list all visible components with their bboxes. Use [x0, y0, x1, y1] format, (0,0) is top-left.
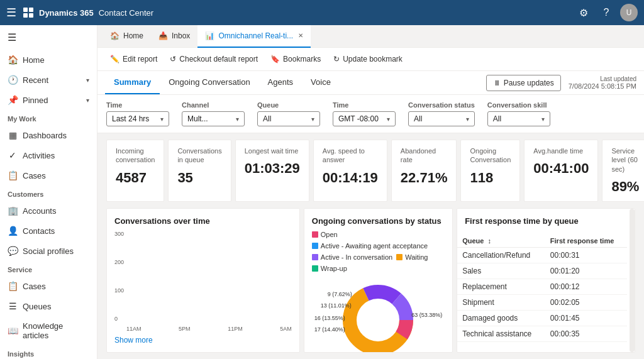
sidebar-item-dashboards[interactable]: ▦ Dashboards [0, 125, 97, 145]
first-response-col-header: First response time [545, 235, 627, 248]
segment-label-13: 13 (11.01%) [321, 302, 352, 309]
metric-service-level: Service level (60 sec) 89% [602, 140, 644, 202]
metric-abandoned: Abandoned rate 22.71% [391, 140, 457, 202]
knowledge-icon: 📖 [8, 326, 18, 336]
sidebar-item-contacts[interactable]: 👤 Contacts [0, 221, 97, 241]
pause-updates-button[interactable]: ⏸ Pause updates [486, 75, 561, 91]
tab-inbox-icon: 📥 [158, 31, 168, 40]
bar-chart-bars [126, 231, 292, 324]
help-icon[interactable]: ? [597, 4, 615, 21]
filter-queue: Queue All ▾ [257, 101, 320, 126]
metric-incoming: Incoming conversation 4587 [106, 140, 164, 202]
recent-icon: 🕐 [8, 75, 18, 85]
hamburger-icon[interactable]: ☰ [6, 6, 16, 19]
chevron-down-icon: ▾ [236, 116, 239, 123]
cases-icon: 📋 [8, 170, 18, 180]
bookmarks-icon: 🔖 [270, 55, 280, 64]
legend-wrapup: Wrap-up [312, 265, 347, 272]
app-name: Dynamics 365 [39, 8, 94, 18]
edit-report-button[interactable]: ✏️ Edit report [105, 52, 162, 67]
metric-in-queue: Conversations in queue 35 [168, 140, 231, 202]
donut-chart-title: Ongoing conversations by status [312, 216, 445, 226]
metrics-row: Incoming conversation 4587 Conversations… [97, 133, 644, 208]
wrapup-color [312, 265, 318, 272]
update-bookmark-button[interactable]: ↻ Update bookmark [328, 52, 408, 67]
svg-rect-0 [23, 8, 28, 12]
chevron-down-icon: ▾ [541, 116, 545, 123]
legend-active-awaiting: Active - Awaiting agent acceptance [312, 242, 428, 250]
tab-omnichannel[interactable]: 📊 Omnichannel Real-ti... ✕ [197, 25, 311, 48]
filter-conv-skill: Conversation skill All ▾ [487, 101, 550, 126]
sort-icon: ↕ [487, 237, 491, 245]
sidebar-item-home[interactable]: 🏠 Home [0, 50, 97, 70]
show-more-link[interactable]: Show more [114, 336, 292, 345]
tab-close-icon[interactable]: ✕ [298, 32, 303, 39]
contacts-icon: 👤 [8, 226, 18, 236]
settings-icon[interactable]: ⚙ [575, 4, 592, 21]
sidebar-item-social[interactable]: 💬 Social profiles [0, 241, 97, 261]
segment-label-9: 9 (7.62%) [328, 291, 352, 297]
dashboards-icon: ▦ [8, 130, 18, 140]
app-subtitle: Contact Center [99, 8, 153, 18]
filter-queue-select[interactable]: All ▾ [257, 111, 320, 126]
tab-inbox[interactable]: 📥 Inbox [151, 25, 197, 48]
sidebar-item-service-cases[interactable]: 📋 Cases [0, 276, 97, 296]
tab-summary[interactable]: Summary [105, 71, 160, 94]
filter-conv-skill-select[interactable]: All ▾ [487, 111, 550, 126]
customers-section: Customers [0, 185, 97, 201]
queues-icon: ☰ [8, 301, 18, 311]
topbar: ☰ Dynamics 365 Contact Center ⚙ ? U [0, 0, 644, 25]
open-color [312, 231, 318, 238]
sidebar-item-accounts[interactable]: 🏢 Accounts [0, 201, 97, 221]
tab-home[interactable]: 🏠 Home [103, 25, 151, 48]
pause-icon: ⏸ [493, 79, 501, 87]
filter-time2-select[interactable]: GMT -08:00 ▾ [333, 111, 396, 126]
queue-table: Queue ↕ First response time Cancellation… [457, 235, 627, 342]
legend-waiting: Waiting [396, 253, 428, 261]
filter-conv-status-select[interactable]: All ▾ [408, 111, 475, 126]
bar-chart-title: Conversations over time [114, 216, 292, 226]
metric-avg-handle: Avg.handle time 00:41:00 [524, 140, 598, 202]
tab-ongoing[interactable]: Ongoing Conversation [160, 71, 258, 94]
charts-row: Conversations over time 300 200 100 0 [97, 208, 644, 359]
service-section: Service [0, 261, 97, 276]
table-row: Cancellation/Refund00:00:31 [457, 247, 627, 263]
table-row: Damaged goods00:01:45 [457, 310, 627, 326]
queue-col-header[interactable]: Queue ↕ [457, 235, 545, 248]
queue-table-card: First response time by queue Queue ↕ [457, 208, 635, 353]
chevron-down-icon: ▾ [160, 116, 164, 123]
home-icon: 🏠 [8, 55, 18, 65]
segment-label-17: 17 (14.40%) [314, 326, 345, 333]
sidebar-item-recent[interactable]: 🕐 Recent ▾ [0, 70, 97, 90]
waiting-color [396, 254, 402, 260]
tab-voice[interactable]: Voice [302, 71, 340, 94]
sidebar-item-queues[interactable]: ☰ Queues [0, 296, 97, 316]
report-tabs: Summary Ongoing Conversation Agents Voic… [97, 71, 644, 95]
pinned-icon: 📌 [8, 95, 18, 105]
tab-agents[interactable]: Agents [259, 71, 302, 94]
tab-home-icon: 🏠 [110, 31, 119, 40]
social-icon: 💬 [8, 246, 18, 256]
sidebar-hamburger[interactable]: ☰ [0, 25, 97, 50]
queue-table-title: First response time by queue [457, 209, 627, 235]
filter-time-select[interactable]: Last 24 hrs ▾ [106, 111, 169, 126]
table-row: Shipment00:02:05 [457, 294, 627, 310]
filter-time: Time Last 24 hrs ▾ [106, 101, 169, 126]
legend-active-in: Active - In conversation [312, 253, 392, 261]
queue-table-scroll[interactable]: Queue ↕ First response time Cancellation… [457, 235, 627, 352]
avatar[interactable]: U [620, 4, 638, 21]
active-in-color [312, 254, 318, 260]
bookmarks-button[interactable]: 🔖 Bookmarks [265, 52, 326, 67]
sidebar-item-activities[interactable]: ✓ Activities [0, 145, 97, 165]
filter-channel-select[interactable]: Mult... ▾ [182, 111, 245, 126]
sidebar-item-pinned[interactable]: 📌 Pinned ▾ [0, 90, 97, 110]
filter-time2: Time GMT -08:00 ▾ [333, 101, 396, 126]
metric-ongoing: Ongoing Conversation 118 [460, 140, 520, 202]
active-awaiting-color [312, 243, 318, 249]
sidebar-item-cases[interactable]: 📋 Cases [0, 165, 97, 185]
table-scrollbar[interactable] [630, 209, 635, 352]
recent-expand-icon: ▾ [86, 77, 89, 84]
sidebar-item-knowledge[interactable]: 📖 Knowledge articles [0, 316, 97, 345]
checkout-report-button[interactable]: ↺ Checkout default report [165, 52, 263, 67]
table-row: Technical assistance00:00:35 [457, 326, 627, 341]
